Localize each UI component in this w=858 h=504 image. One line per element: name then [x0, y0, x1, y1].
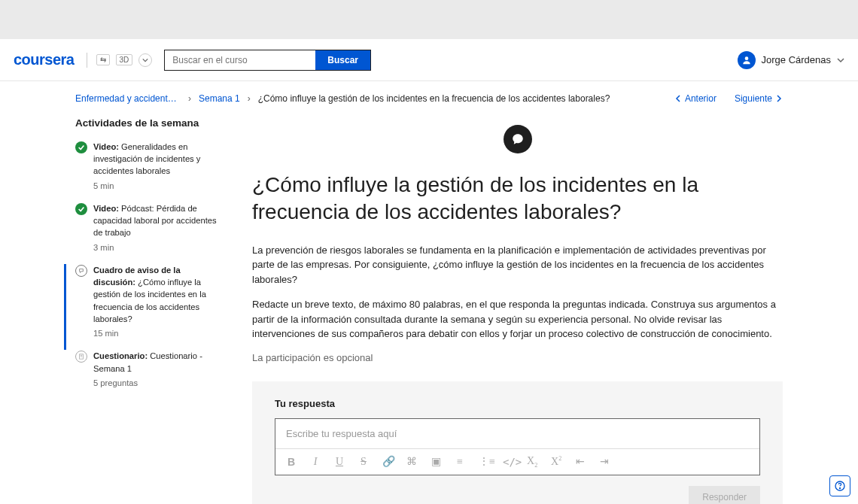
subscript-icon[interactable]: X2 [527, 455, 537, 469]
strikethrough-icon[interactable]: S [358, 456, 369, 468]
next-link[interactable]: Siguiente [735, 93, 783, 104]
activity-item-video-2[interactable]: Video: Pódcast: Pérdida de capacidad lab… [75, 202, 222, 264]
check-icon [75, 141, 87, 153]
app-header: coursera ⇆ 3D Buscar Jorge Cárdenas [0, 39, 858, 81]
submit-response-button[interactable]: Responder [689, 486, 760, 504]
response-heading: Tu respuesta [275, 398, 760, 409]
bold-icon[interactable]: B [286, 456, 297, 468]
optional-note: La participación es opcional [252, 352, 783, 363]
a11y-icon[interactable]: 3D [116, 54, 133, 65]
activity-item-video-1[interactable]: Video: Generalidades en investigación de… [75, 141, 222, 202]
bullet-list-icon[interactable]: ≡ [455, 456, 465, 468]
discussion-bubble-icon [504, 125, 532, 153]
discussion-icon [75, 265, 87, 277]
discussion-title: ¿Cómo influye la gestión de los incident… [252, 172, 783, 226]
chevron-right-icon: › [248, 93, 251, 104]
number-list-icon[interactable]: ⋮≡ [479, 455, 489, 468]
quiz-icon [75, 351, 87, 363]
image-icon[interactable]: ▣ [431, 455, 441, 468]
prev-link[interactable]: Anterior [674, 93, 717, 104]
avatar [738, 51, 756, 69]
superscript-icon[interactable]: X2 [551, 455, 561, 468]
response-box: Tu respuesta Escribe tu respuesta aquí B… [252, 381, 783, 504]
svg-point-0 [744, 56, 748, 60]
lang-icon[interactable]: ⇆ [96, 54, 110, 65]
indent-icon[interactable]: ⇥ [599, 455, 610, 468]
check-icon [75, 203, 87, 215]
crumb-course[interactable]: Enfermedad y accidentes labora… [75, 93, 181, 104]
header-options: ⇆ 3D [96, 53, 153, 67]
week-activities-sidebar: Actividades de la semana Video: Generali… [75, 117, 222, 504]
editor-placeholder[interactable]: Escribe tu respuesta aquí [275, 419, 759, 449]
code-icon[interactable]: </> [503, 456, 513, 468]
breadcrumb: Enfermedad y accidentes labora… › Semana… [75, 93, 610, 104]
outdent-icon[interactable]: ⇤ [575, 455, 586, 468]
code-block-icon[interactable]: ⌘ [406, 455, 417, 468]
crumb-week[interactable]: Semana 1 [199, 93, 240, 104]
user-menu[interactable]: Jorge Cárdenas [738, 51, 845, 69]
activity-item-discussion[interactable]: Cuadro de aviso de la discusión: ¿Cómo i… [64, 264, 222, 350]
response-editor[interactable]: Escribe tu respuesta aquí B I U S 🔗 ⌘ ▣ … [275, 418, 760, 475]
chevron-down-icon[interactable] [138, 53, 152, 67]
crumb-current: ¿Cómo influye la gestión de los incident… [258, 93, 610, 104]
divider [87, 53, 87, 68]
search-form: Buscar [164, 50, 371, 71]
editor-toolbar: B I U S 🔗 ⌘ ▣ ≡ ⋮≡ </> X2 X2 ⇤ [275, 449, 759, 475]
link-icon[interactable]: 🔗 [382, 455, 393, 468]
chevron-right-icon [775, 95, 783, 102]
chevron-right-icon: › [188, 93, 191, 104]
sidebar-heading: Actividades de la semana [75, 117, 222, 129]
discussion-intro: La prevención de riesgos laborales se fu… [252, 243, 783, 287]
coursera-logo[interactable]: coursera [14, 51, 75, 68]
user-name: Jorge Cárdenas [762, 54, 832, 65]
chevron-left-icon [674, 95, 682, 102]
chevron-down-icon [837, 56, 844, 64]
discussion-main: ¿Cómo influye la gestión de los incident… [252, 117, 783, 504]
underline-icon[interactable]: U [334, 456, 345, 468]
search-button[interactable]: Buscar [315, 50, 370, 70]
help-button[interactable] [829, 475, 850, 496]
italic-icon[interactable]: I [310, 456, 321, 468]
svg-point-5 [839, 487, 840, 488]
search-input[interactable] [165, 50, 315, 70]
discussion-instructions: Redacte un breve texto, de máximo 80 pal… [252, 297, 783, 342]
activity-item-quiz[interactable]: Cuestionario: Cuestionario - Semana 1 5 … [75, 350, 222, 399]
